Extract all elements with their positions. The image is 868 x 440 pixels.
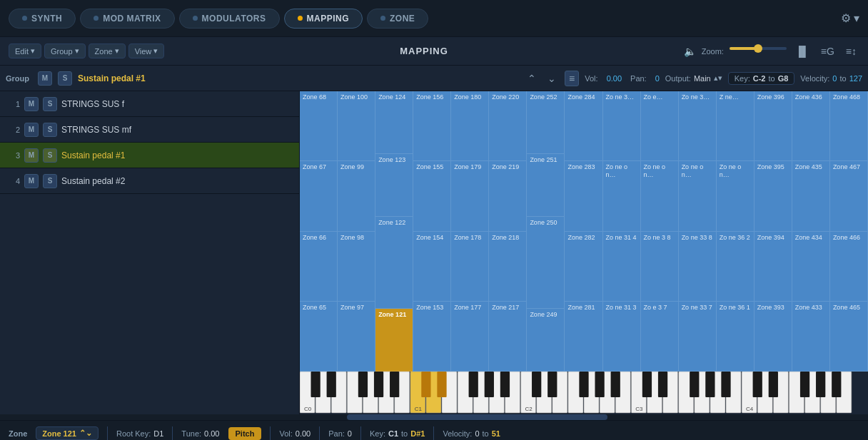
zone-cell-0-2[interactable]: Zone 66 xyxy=(300,232,337,302)
grid-view-icon[interactable]: ≡G xyxy=(818,44,837,58)
zoom-slider-container[interactable] xyxy=(730,47,787,56)
vol-value[interactable]: 0.00 xyxy=(607,74,622,83)
nav-tab-modmatrix[interactable]: MOD MATRIX xyxy=(80,9,174,29)
group-arrow-up-icon[interactable]: ⌃ xyxy=(525,73,539,84)
group-menu[interactable]: Group ▾ xyxy=(44,44,86,58)
root-key-value[interactable]: D1 xyxy=(153,429,163,438)
waveform-view-icon[interactable]: ▐▌ xyxy=(792,44,812,58)
zone-cell-7-3[interactable]: Zone 281 xyxy=(565,302,602,372)
status-vol-value[interactable]: 0.00 xyxy=(296,429,311,438)
status-vel-from[interactable]: 0 xyxy=(475,429,479,438)
view-menu[interactable]: View ▾ xyxy=(128,44,165,58)
zone-cell-9-2[interactable]: Zo ne 3 8 xyxy=(641,232,678,302)
group-row-2[interactable]: 2 M S STRINGS SUS mf xyxy=(0,117,299,143)
nav-tab-mapping[interactable]: MAPPING xyxy=(284,9,363,29)
zoom-slider[interactable] xyxy=(730,47,787,50)
zoom-slider-thumb[interactable] xyxy=(754,44,762,53)
zone-cell-9-1[interactable]: Zo ne on… xyxy=(641,161,678,231)
zone-cell-8-3[interactable]: Zo ne 31 3 xyxy=(603,302,640,372)
zone-cell-8-1[interactable]: Zo ne on… xyxy=(603,161,640,231)
zone-cell-13-0[interactable]: Zone 436 xyxy=(792,91,829,161)
zone-cell-9-0[interactable]: Zo e… xyxy=(641,91,678,161)
zone-cell-8-2[interactable]: Zo ne 31 4 xyxy=(603,232,640,302)
zone-cell-0-0[interactable]: Zone 68 xyxy=(300,91,337,161)
zone-cell-5-1[interactable]: Zone 219 xyxy=(489,161,526,231)
zone-cell-0-1[interactable]: Zone 67 xyxy=(300,161,337,231)
zone-cell-14-0[interactable]: Zone 468 xyxy=(830,91,867,161)
zone-cell-1-2[interactable]: Zone 98 xyxy=(338,232,375,302)
group1-mute[interactable]: M xyxy=(24,97,39,111)
group4-mute[interactable]: M xyxy=(24,174,39,188)
zone-cell-12-3[interactable]: Zone 393 xyxy=(755,302,792,372)
zone-cell-13-2[interactable]: Zone 434 xyxy=(792,232,829,302)
zone-cell-6-3[interactable]: Zone 249 xyxy=(527,309,564,372)
status-key-from[interactable]: C1 xyxy=(388,429,398,438)
group-row-4[interactable]: 4 M S Sustain pedal #2 xyxy=(0,168,299,194)
group-arrow-down-icon[interactable]: ⌄ xyxy=(545,73,559,84)
vel-to-value[interactable]: 127 xyxy=(849,74,862,83)
scroll-track[interactable] xyxy=(0,414,868,420)
zone-cell-9-3[interactable]: Zo e 3 7 xyxy=(641,302,678,372)
status-key-to[interactable]: D#1 xyxy=(410,429,425,438)
zone-cell-13-1[interactable]: Zone 435 xyxy=(792,161,829,231)
zone-cell-4-3[interactable]: Zone 177 xyxy=(451,302,488,372)
nav-tab-modulators[interactable]: MODULATORS xyxy=(179,9,280,29)
group-list-icon[interactable]: ≡ xyxy=(565,71,579,86)
group-row-1[interactable]: 1 M S STRINGS SUS f xyxy=(0,91,299,117)
group3-mute[interactable]: M xyxy=(24,148,39,163)
zone-menu[interactable]: Zone ▾ xyxy=(89,44,126,58)
zone-cell-6-0[interactable]: Zone 252 xyxy=(527,91,564,154)
group2-mute[interactable]: M xyxy=(24,123,39,137)
zone-cell-11-0[interactable]: Z ne… xyxy=(717,91,754,161)
zone-cell-3-1[interactable]: Zone 155 xyxy=(413,161,450,231)
zone-cell-12-2[interactable]: Zone 394 xyxy=(755,232,792,302)
zone-cell-3-3[interactable]: Zone 153 xyxy=(413,302,450,372)
group4-solo[interactable]: S xyxy=(43,174,57,188)
scroll-thumb[interactable] xyxy=(347,414,607,420)
zone-cell-14-3[interactable]: Zone 465 xyxy=(830,302,867,372)
zone-cell-2-1[interactable]: Zone 123 xyxy=(375,154,413,217)
status-pan-value[interactable]: 0 xyxy=(348,429,352,438)
status-vel-to[interactable]: 51 xyxy=(492,429,500,438)
zone-cell-6-1[interactable]: Zone 251 xyxy=(527,154,564,217)
settings-gear[interactable]: ⚙ ▾ xyxy=(841,11,859,25)
zone-cell-5-3[interactable]: Zone 217 xyxy=(489,302,526,372)
zone-cell-12-0[interactable]: Zone 396 xyxy=(755,91,792,161)
key-from-value[interactable]: C-2 xyxy=(753,74,766,83)
zone-name-field[interactable]: Zone 121 ⌃⌄ xyxy=(36,426,99,440)
solo-button[interactable]: S xyxy=(58,71,72,86)
zone-cell-8-0[interactable]: Zo ne 3… xyxy=(603,91,640,161)
zone-cell-2-0[interactable]: Zone 124 xyxy=(375,91,413,154)
zone-cell-1-3[interactable]: Zone 97 xyxy=(338,302,375,372)
zone-cell-1-1[interactable]: Zone 99 xyxy=(338,161,375,231)
zone-cell-7-1[interactable]: Zone 283 xyxy=(565,161,602,231)
zone-cell-7-2[interactable]: Zone 282 xyxy=(565,232,602,302)
zone-cell-2-3[interactable]: Zone 121 xyxy=(375,309,413,372)
zone-cell-1-0[interactable]: Zone 100 xyxy=(338,91,375,161)
zone-cell-11-1[interactable]: Zo ne on… xyxy=(717,161,754,231)
zone-cell-13-3[interactable]: Zone 433 xyxy=(792,302,829,372)
zone-cell-10-0[interactable]: Zo ne 3… xyxy=(679,91,716,161)
zone-cell-3-0[interactable]: Zone 156 xyxy=(413,91,450,161)
nav-tab-zone[interactable]: ZONE xyxy=(367,9,428,29)
tune-value[interactable]: 0.00 xyxy=(204,429,219,438)
group-row-3[interactable]: 3 M S Sustain pedal #1 xyxy=(0,143,299,168)
zone-cell-2-2[interactable]: Zone 122 xyxy=(375,217,413,309)
pan-value[interactable]: 0 xyxy=(655,74,660,83)
zone-cell-4-2[interactable]: Zone 178 xyxy=(451,232,488,302)
key-to-value[interactable]: G8 xyxy=(778,74,789,83)
zone-cell-4-0[interactable]: Zone 180 xyxy=(451,91,488,161)
pitch-button[interactable]: Pitch xyxy=(228,427,262,440)
zone-cell-10-2[interactable]: Zo ne 33 8 xyxy=(679,232,716,302)
zone-cell-6-2[interactable]: Zone 250 xyxy=(527,217,564,309)
group2-solo[interactable]: S xyxy=(43,123,57,137)
group3-solo[interactable]: S xyxy=(43,148,57,163)
nav-tab-synth[interactable]: SYNTH xyxy=(9,9,76,29)
zone-cell-7-0[interactable]: Zone 284 xyxy=(565,91,602,161)
zone-cell-4-1[interactable]: Zone 179 xyxy=(451,161,488,231)
edit-menu[interactable]: Edit ▾ xyxy=(9,44,41,58)
zone-cell-11-3[interactable]: Zo ne 36 1 xyxy=(717,302,754,372)
list-view-icon[interactable]: ≡↕ xyxy=(843,44,859,58)
zone-cell-5-0[interactable]: Zone 220 xyxy=(489,91,526,161)
output-arrow-icon[interactable]: ▴▾ xyxy=(714,73,722,83)
